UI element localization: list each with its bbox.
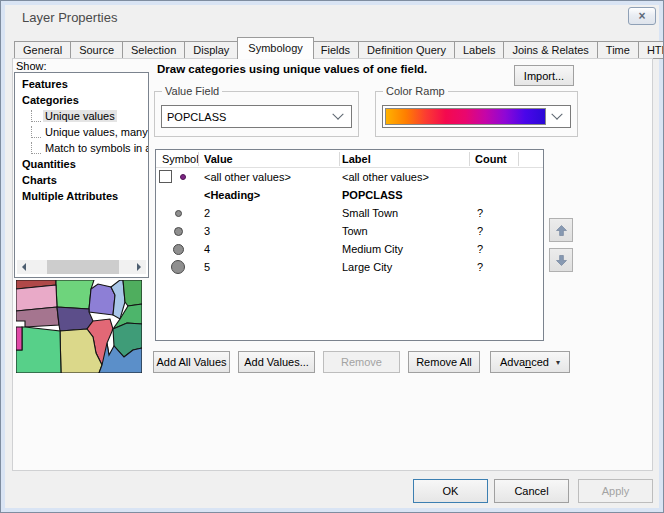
- category-symbol-icon[interactable]: [171, 260, 185, 274]
- tree-item-features[interactable]: Features: [15, 76, 148, 92]
- column-symbol: Symbol: [162, 150, 199, 168]
- remove-all-button[interactable]: Remove All: [408, 351, 480, 373]
- advanced-button[interactable]: Advanced ▾: [490, 351, 570, 373]
- tree-item-multiple-attributes[interactable]: Multiple Attributes: [15, 188, 148, 204]
- color-ramp-dropdown[interactable]: [382, 105, 571, 128]
- import-button[interactable]: Import...: [514, 65, 574, 86]
- categories-table: Symbol Value Label Count <all other valu…: [155, 149, 544, 341]
- table-row-5[interactable]: 5 Large City ?: [156, 258, 543, 276]
- ok-button[interactable]: OK: [413, 479, 488, 503]
- table-row-heading[interactable]: <Heading> POPCLASS: [156, 186, 543, 204]
- tree-item-quantities[interactable]: Quantities: [15, 156, 148, 172]
- add-all-values-button[interactable]: Add All Values: [153, 351, 230, 373]
- state-magenta: [16, 327, 22, 350]
- state-purple: [89, 284, 115, 315]
- value-field-value: POPCLASS: [167, 111, 226, 123]
- scroll-right-icon[interactable]: [132, 260, 146, 274]
- tree-item-match-symbols[interactable]: Match to symbols in a: [15, 140, 148, 156]
- state-mauve: [16, 307, 59, 327]
- value-field-label: Value Field: [162, 85, 222, 97]
- page-heading: Draw categories using unique values of o…: [157, 63, 427, 75]
- tab-display[interactable]: Display: [185, 41, 238, 59]
- chevron-down-icon: [551, 108, 562, 119]
- tree-item-unique-values[interactable]: Unique values: [15, 108, 148, 124]
- window-title: Layer Properties: [22, 10, 117, 25]
- tab-labels[interactable]: Labels: [455, 41, 504, 59]
- category-symbol-icon[interactable]: [175, 210, 182, 217]
- arrow-down-icon: [554, 253, 569, 268]
- tree-connector: [31, 142, 41, 154]
- layer-properties-dialog: Layer Properties × General Source Select…: [0, 0, 664, 513]
- tree-item-unique-values-many[interactable]: Unique values, many: [15, 124, 148, 140]
- table-row-4[interactable]: 4 Medium City ?: [156, 240, 543, 258]
- add-values-button[interactable]: Add Values...: [238, 351, 315, 373]
- value-field-dropdown[interactable]: POPCLASS: [161, 105, 352, 128]
- color-ramp-swatch: [385, 108, 546, 125]
- tab-strip: General Source Selection Display Symbolo…: [14, 38, 664, 59]
- column-divider: [339, 152, 340, 166]
- column-value: Value: [204, 150, 233, 168]
- arrow-up-icon: [554, 223, 569, 238]
- column-count: Count: [475, 150, 507, 168]
- tab-fields[interactable]: Fields: [313, 41, 359, 59]
- tree-connector: [31, 110, 41, 122]
- table-row-2[interactable]: 2 Small Town ?: [156, 204, 543, 222]
- preview-map-svg: [16, 280, 142, 373]
- tab-selection[interactable]: Selection: [123, 41, 185, 59]
- tab-joins-relates[interactable]: Joins & Relates: [504, 41, 597, 59]
- column-label: Label: [342, 150, 371, 168]
- tree-item-charts[interactable]: Charts: [15, 172, 148, 188]
- close-button[interactable]: ×: [628, 7, 656, 25]
- tree-item-categories[interactable]: Categories: [15, 92, 148, 108]
- all-other-values-checkbox[interactable]: [159, 170, 172, 183]
- tab-general[interactable]: General: [14, 41, 71, 59]
- tree-connector: [31, 126, 41, 138]
- column-divider: [469, 152, 470, 166]
- state-green-sw: [16, 327, 61, 373]
- move-up-button[interactable]: [549, 218, 573, 242]
- cancel-button[interactable]: Cancel: [494, 479, 569, 503]
- column-divider: [198, 152, 199, 166]
- scrollbar-thumb[interactable]: [47, 260, 119, 274]
- table-row-3[interactable]: 3 Town ?: [156, 222, 543, 240]
- tab-source[interactable]: Source: [71, 41, 123, 59]
- move-down-button[interactable]: [549, 248, 573, 272]
- tab-definition-query[interactable]: Definition Query: [359, 41, 455, 59]
- tab-html-popup[interactable]: HTML Popup: [639, 41, 664, 59]
- table-row-all-other-values[interactable]: <all other values> <all other values>: [156, 168, 543, 186]
- tree-horizontal-scrollbar[interactable]: [17, 260, 146, 274]
- all-other-values-symbol-icon[interactable]: [180, 174, 186, 180]
- tab-symbology[interactable]: Symbology: [237, 37, 313, 59]
- category-symbol-icon[interactable]: [173, 244, 184, 255]
- table-header: Symbol Value Label Count: [156, 150, 543, 168]
- caret-down-icon: ▾: [556, 358, 560, 367]
- state-green-nw: [56, 280, 94, 309]
- scrollbar-track[interactable]: [31, 260, 132, 274]
- apply-button[interactable]: Apply: [578, 479, 653, 503]
- symbology-preview-map: [16, 280, 142, 373]
- show-tree-listbox: Features Categories Unique values Unique…: [14, 72, 149, 278]
- column-divider: [518, 152, 519, 166]
- chevron-down-icon: [332, 108, 343, 119]
- show-label: Show:: [16, 60, 47, 72]
- category-symbol-icon[interactable]: [174, 227, 183, 236]
- color-ramp-label: Color Ramp: [383, 85, 448, 97]
- scroll-left-icon[interactable]: [17, 260, 31, 274]
- tab-time[interactable]: Time: [598, 41, 639, 59]
- remove-button[interactable]: Remove: [323, 351, 400, 373]
